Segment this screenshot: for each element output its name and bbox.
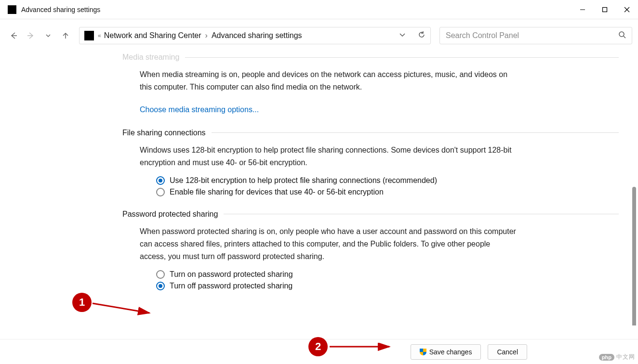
search-icon[interactable]	[618, 31, 626, 40]
back-button[interactable]	[6, 28, 21, 43]
svg-point-4	[619, 32, 624, 37]
media-streaming-link[interactable]: Choose media streaming options...	[122, 105, 259, 114]
section-divider	[185, 57, 619, 58]
search-box[interactable]	[439, 27, 632, 44]
forward-button[interactable]	[23, 28, 39, 43]
location-icon	[84, 31, 94, 40]
refresh-icon[interactable]	[418, 31, 425, 40]
filesharing-radiogroup: Use 128-bit encryption to help protect f…	[122, 176, 619, 196]
content-area: Media streaming When media streaming is …	[0, 52, 638, 325]
section-filesharing-body: Windows uses 128-bit encryption to help …	[122, 144, 527, 169]
watermark: php 中文网	[599, 353, 635, 361]
radio-icon	[156, 188, 165, 196]
watermark-text: 中文网	[616, 353, 635, 361]
scrollbar[interactable]	[632, 187, 636, 325]
radio-label: Enable file sharing for devices that use…	[170, 188, 384, 196]
radio-icon	[156, 176, 165, 185]
annotation-badge-1: 1	[72, 293, 92, 312]
uac-shield-icon	[420, 349, 426, 355]
radio-icon	[156, 270, 165, 279]
radio-40-56bit[interactable]: Enable file sharing for devices that use…	[156, 188, 619, 196]
toolbar: « Network and Sharing Center › Advanced …	[0, 19, 638, 52]
radio-icon	[156, 282, 165, 290]
recent-dropdown[interactable]	[40, 28, 56, 43]
address-dropdown-icon[interactable]	[399, 31, 406, 40]
close-button[interactable]	[616, 0, 638, 19]
radio-128bit[interactable]: Use 128-bit encryption to help protect f…	[156, 176, 619, 185]
section-media-header: Media streaming	[122, 53, 619, 62]
annotation-badge-2: 2	[308, 337, 328, 356]
titlebar: Advanced sharing settings	[0, 0, 638, 19]
radio-password-on[interactable]: Turn on password protected sharing	[156, 270, 619, 279]
maximize-button[interactable]	[594, 0, 616, 19]
app-icon	[8, 5, 16, 14]
minimize-button[interactable]	[572, 0, 594, 19]
breadcrumb-parent[interactable]: Network and Sharing Center	[104, 31, 201, 40]
cancel-button-label: Cancel	[497, 348, 518, 356]
password-radiogroup: Turn on password protected sharing Turn …	[122, 270, 619, 290]
address-bar[interactable]: « Network and Sharing Center › Advanced …	[79, 27, 431, 44]
breadcrumb-separator-icon: ›	[205, 31, 208, 40]
svg-rect-1	[603, 7, 607, 12]
radio-password-off[interactable]: Turn off password protected sharing	[156, 282, 619, 290]
section-media-body: When media streaming is on, people and d…	[122, 68, 527, 94]
radio-label: Turn off password protected sharing	[170, 282, 292, 290]
svg-line-5	[624, 36, 625, 38]
radio-label: Use 128-bit encryption to help protect f…	[170, 176, 437, 185]
search-input[interactable]	[446, 31, 618, 40]
save-changes-button[interactable]: Save changes	[411, 344, 481, 360]
watermark-pill: php	[599, 354, 614, 361]
save-button-label: Save changes	[429, 348, 472, 356]
breadcrumb-current[interactable]: Advanced sharing settings	[212, 31, 302, 40]
window-controls	[572, 0, 638, 19]
section-divider	[224, 214, 619, 214]
window-title: Advanced sharing settings	[21, 6, 572, 13]
annotation-arrow-1	[92, 299, 159, 318]
section-media-title: Media streaming	[122, 53, 179, 62]
section-password-title: Password protected sharing	[122, 210, 218, 219]
breadcrumb-overflow-icon[interactable]: «	[98, 32, 101, 39]
svg-line-6	[93, 303, 149, 313]
radio-label: Turn on password protected sharing	[170, 270, 293, 279]
section-filesharing-title: File sharing connections	[122, 129, 206, 137]
annotation-arrow-2	[329, 343, 396, 352]
cancel-button[interactable]: Cancel	[488, 344, 527, 360]
section-filesharing-header: File sharing connections	[122, 129, 619, 137]
section-password-header: Password protected sharing	[122, 210, 619, 219]
section-password-body: When password protected sharing is on, o…	[122, 225, 527, 263]
up-button[interactable]	[58, 28, 73, 43]
section-divider	[212, 132, 619, 133]
